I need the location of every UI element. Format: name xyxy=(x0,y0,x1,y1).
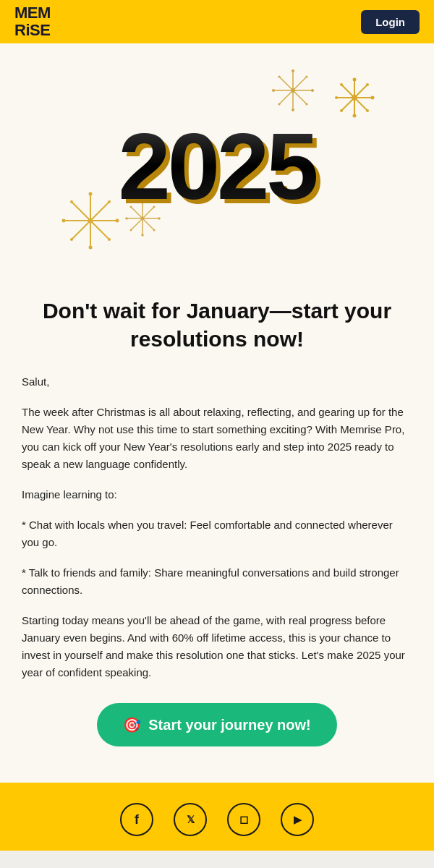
svg-line-38 xyxy=(72,202,90,221)
svg-point-13 xyxy=(335,96,338,99)
svg-point-12 xyxy=(340,83,343,86)
svg-point-30 xyxy=(272,89,275,92)
svg-line-41 xyxy=(90,221,109,239)
svg-point-9 xyxy=(353,78,357,82)
svg-point-49 xyxy=(108,238,111,241)
youtube-icon[interactable]: ▶ xyxy=(281,803,314,836)
svg-point-50 xyxy=(89,246,93,250)
bullet2: * Talk to friends and family: Share mean… xyxy=(22,564,412,599)
firework-top-right xyxy=(311,76,383,148)
instagram-label: ◻ xyxy=(239,813,248,826)
svg-line-7 xyxy=(354,98,367,111)
svg-point-26 xyxy=(292,69,294,72)
cta-container: 🎯 Start your journey now! xyxy=(22,703,412,746)
svg-point-43 xyxy=(89,192,93,196)
salutation: Salut, xyxy=(22,373,412,391)
paragraph2: Starting today means you'll be ahead of … xyxy=(22,612,412,681)
svg-line-24 xyxy=(293,90,307,104)
svg-line-40 xyxy=(72,221,90,239)
logo-line1: MEM xyxy=(14,4,51,22)
hero-section: 2025 2025 xyxy=(0,43,434,275)
svg-point-11 xyxy=(366,83,369,86)
svg-point-65 xyxy=(130,229,132,231)
main-content: Don't wait for January—start your resolu… xyxy=(0,275,434,783)
cta-button[interactable]: 🎯 Start your journey now! xyxy=(97,703,336,746)
svg-line-4 xyxy=(341,85,354,98)
svg-point-66 xyxy=(153,229,156,231)
logo: MEM RiSE xyxy=(14,4,51,39)
cta-label: Start your journey now! xyxy=(148,717,310,733)
header: MEM RiSE Login xyxy=(0,0,434,43)
hero-image-container: 2025 2025 xyxy=(36,72,398,260)
login-button[interactable]: Login xyxy=(361,10,420,34)
svg-point-29 xyxy=(278,76,281,78)
svg-point-10 xyxy=(371,96,375,100)
svg-line-37 xyxy=(90,202,109,221)
svg-point-48 xyxy=(70,238,73,241)
svg-line-20 xyxy=(293,77,307,90)
svg-line-3 xyxy=(354,85,367,98)
facebook-label: f xyxy=(135,812,139,827)
imagine-label: Imagine learning to: xyxy=(22,486,412,503)
paragraph1: The week after Christmas is all about re… xyxy=(22,404,412,473)
svg-line-6 xyxy=(341,98,354,111)
twitter-label: 𝕏 xyxy=(187,814,195,825)
logo-line2: RiSE xyxy=(14,22,51,39)
svg-point-67 xyxy=(141,234,144,237)
svg-point-46 xyxy=(70,200,73,203)
twitter-icon[interactable]: 𝕏 xyxy=(174,803,207,836)
svg-point-47 xyxy=(62,219,66,223)
facebook-icon[interactable]: f xyxy=(120,803,153,836)
firework-bottom-left xyxy=(58,188,123,253)
bullet1: * Chat with locals when you travel: Feel… xyxy=(22,516,412,551)
instagram-icon[interactable]: ◻ xyxy=(227,803,260,836)
svg-point-33 xyxy=(292,109,294,111)
cta-emoji: 🎯 xyxy=(123,716,141,733)
svg-point-45 xyxy=(108,200,111,203)
svg-point-31 xyxy=(278,103,281,106)
app-stores-section: ▶ GET IT ON Google Play  Download on th… xyxy=(0,851,434,868)
svg-point-27 xyxy=(311,89,314,92)
svg-point-15 xyxy=(366,109,369,112)
svg-point-16 xyxy=(353,114,357,118)
hero-year: 2025 2025 xyxy=(118,112,315,221)
svg-line-21 xyxy=(279,77,293,90)
svg-point-28 xyxy=(306,76,308,78)
social-footer: f 𝕏 ◻ ▶ xyxy=(0,783,434,851)
youtube-label: ▶ xyxy=(294,814,302,825)
year-front: 2025 xyxy=(118,114,315,219)
svg-point-14 xyxy=(340,109,343,112)
main-heading: Don't wait for January—start your resolu… xyxy=(22,297,412,353)
svg-point-32 xyxy=(306,103,308,106)
svg-line-23 xyxy=(279,90,293,104)
firework-top-mid xyxy=(268,65,318,116)
